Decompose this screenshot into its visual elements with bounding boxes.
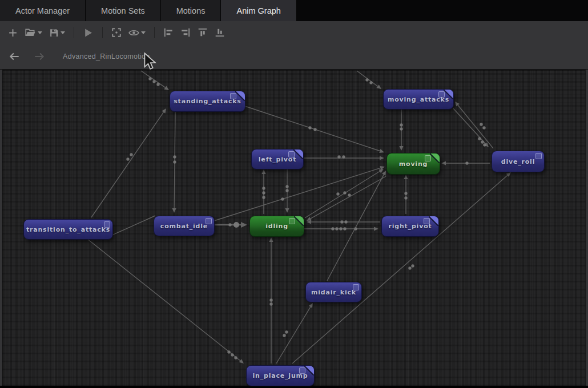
node-label: right_pivot [388,223,432,230]
node-badge [535,153,542,159]
node-label: idling [265,223,288,230]
node-label: dive_roll [501,158,535,165]
mouse-cursor [143,52,157,73]
main-toolbar [0,21,588,44]
graph-node-transition_to_attacks[interactable]: transition_to_attacks [23,219,113,240]
fold-corner-icon [430,153,440,165]
open-button[interactable] [21,25,46,40]
back-arrow-icon [10,54,18,60]
align-right-icon [180,27,191,38]
align-top-button[interactable] [194,25,211,40]
graph-node-midair_kick[interactable]: midair_kick [305,282,362,302]
dropdown-caret-icon[interactable] [61,31,65,34]
align-left-icon [163,27,174,38]
node-label: combat_idle [160,223,208,230]
align-right-button[interactable] [177,25,194,40]
align-bottom-button[interactable] [211,25,228,40]
play-icon [83,27,94,38]
node-label: in_place_jump [253,372,308,379]
open-folder-icon [25,27,36,38]
visibility-button[interactable] [125,27,149,39]
node-label: moving_attacks [388,96,449,103]
align-bottom-icon [215,27,225,38]
graph-node-idling[interactable]: idling [249,216,304,237]
fold-corner-icon [294,216,304,228]
graph-node-dive_roll[interactable]: dive_roll [492,151,545,172]
align-left-button[interactable] [160,25,177,40]
dropdown-caret-icon[interactable] [141,31,146,34]
toolbar-separator [154,27,155,38]
tab-anim-graph[interactable]: Anim Graph [221,0,296,21]
add-icon [8,28,18,38]
anim-graph-canvas[interactable]: standing_attacksmoving_attacksleft_pivot… [2,70,586,386]
graph-node-combat_idle[interactable]: combat_idle [154,216,215,236]
node-badge [289,218,295,224]
forward-button[interactable] [31,49,48,64]
tab-motions[interactable]: Motions [161,0,221,21]
tab-motion-sets[interactable]: Motion Sets [86,0,161,21]
save-button[interactable] [46,26,69,40]
graph-node-left_pivot[interactable]: left_pivot [251,149,304,169]
align-top-icon [198,27,208,38]
graph-node-moving[interactable]: moving [386,153,440,175]
add-button[interactable] [5,26,21,40]
graph-node-moving_attacks[interactable]: moving_attacks [383,89,454,110]
play-button[interactable] [79,25,97,41]
tab-label: Motions [176,6,206,15]
node-label: transition_to_attacks [26,226,110,233]
breadcrumb-path[interactable]: Advanced_RinLocomotion [63,52,150,60]
back-button[interactable] [6,49,23,64]
tab-actor-manager[interactable]: Actor Manager [0,0,86,21]
tab-label: Motion Sets [101,6,145,15]
tab-label: Anim Graph [236,6,280,15]
save-icon [49,28,59,38]
tab-label: Actor Manager [15,6,70,15]
graph-node-standing_attacks[interactable]: standing_attacks [170,91,245,112]
toolbar-separator [102,27,103,38]
fit-selection-icon [111,27,122,38]
node-label: standing_attacks [174,98,241,105]
tab-bar: Actor ManagerMotion SetsMotionsAnim Grap… [0,0,588,21]
node-label: midair_kick [311,289,356,296]
forward-arrow-icon [35,54,43,60]
node-label: moving [399,160,428,168]
fit-selection-button[interactable] [108,25,125,40]
node-label: left_pivot [259,156,296,163]
breadcrumb-bar: Advanced_RinLocomotion [0,44,588,70]
graph-node-in_place_jump[interactable]: in_place_jump [246,365,315,386]
visibility-icon [128,29,139,37]
toolbar-separator [74,27,74,38]
graph-node-right_pivot[interactable]: right_pivot [381,216,439,237]
dropdown-caret-icon[interactable] [38,31,42,34]
